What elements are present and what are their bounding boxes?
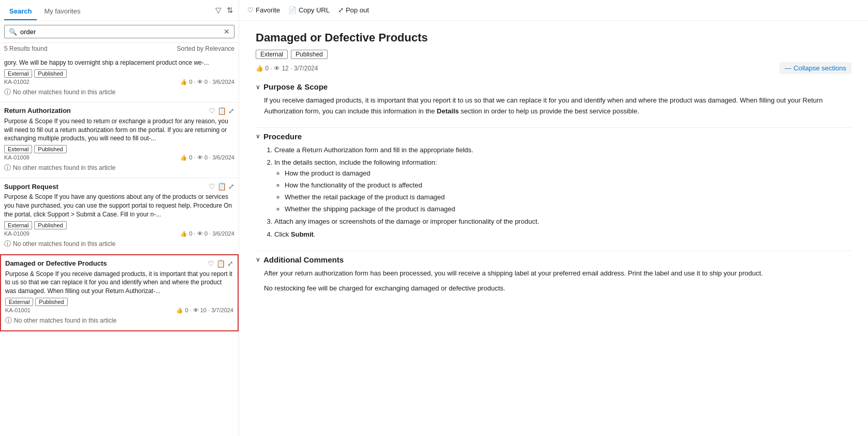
sub-item-3: Whether the retail package of the produc… [285,192,851,203]
favorite-icon[interactable]: ♡ [209,182,215,191]
result-tags: External Published [4,69,234,78]
favorite-icon[interactable]: ♡ [208,259,214,268]
filter-icon[interactable]: ▽ [214,5,223,16]
right-panel: ♡ Favorite 📄 Copy URL ⤢ Pop out Damaged … [239,0,868,436]
section-additional-comments: ∨ Additional Comments After your return … [256,255,851,294]
result-actions: ♡ 📋 ⤢ [208,259,233,268]
result-tags: External Published [4,221,234,229]
article-content: Damaged or Defective Products External P… [239,21,868,436]
section-header-procedure[interactable]: ∨ Procedure [256,132,851,141]
sort-icon[interactable]: ⇅ [226,5,234,16]
no-match-notice: ⓘ No other matches found in this article [4,161,234,175]
result-actions: ♡ 📋 ⤢ [209,107,234,115]
result-title-row: Support Request ♡ 📋 ⤢ [4,182,234,191]
section-divider [256,127,851,128]
list-item[interactable]: Return Authorization ♡ 📋 ⤢ Purpose & Sco… [0,103,239,178]
result-title: Support Request [4,183,58,191]
copy-icon[interactable]: 📋 [217,107,226,115]
search-input-wrap: 🔍 ✕ [4,25,234,38]
section-title-procedure: Procedure [263,132,302,141]
result-actions: ♡ 📋 ⤢ [209,182,234,191]
collapse-sections-button[interactable]: — Collapse sections [779,62,851,74]
copy-icon[interactable]: 📋 [216,259,225,268]
heart-icon: ♡ [247,6,254,14]
clear-search-button[interactable]: ✕ [224,27,230,36]
chevron-down-icon: ∨ [256,256,260,263]
section-header-comments[interactable]: ∨ Additional Comments [256,255,851,264]
info-icon: ⓘ [4,163,11,172]
tag-published: Published [34,145,66,153]
section-header-purpose[interactable]: ∨ Purpose & Scope [256,82,851,91]
favorite-button[interactable]: ♡ Favorite [247,6,280,14]
section-procedure: ∨ Procedure Create a Return Authorizatio… [256,132,851,240]
tab-search[interactable]: Search [4,3,37,20]
article-meta: 👍 0 · 👁 12 · 3/7/2024 — Collapse section… [256,62,851,74]
procedure-sub-list: How the product is damaged How the funct… [274,168,851,214]
search-icon: 🔍 [9,28,17,36]
section-title-comments: Additional Comments [263,255,344,264]
result-title: Damaged or Defective Products [5,259,107,267]
no-match-notice: ⓘ No other matches found in this article [4,237,234,251]
result-tags: External Published [5,298,233,306]
info-icon: ⓘ [5,316,12,325]
no-match-notice: ⓘ No other matches found in this article [4,85,234,99]
result-title: Return Authorization [4,107,71,114]
article-tags: External Published [256,50,851,59]
pop-out-button[interactable]: ⤢ Pop out [338,6,369,14]
result-ka: KA-01008 [4,154,30,161]
tag-external: External [4,69,32,78]
result-tags: External Published [4,145,234,153]
tab-bar: Search My favorites ▽ ⇅ [0,0,239,21]
article-title: Damaged or Defective Products [256,31,851,45]
left-panel: Search My favorites ▽ ⇅ 🔍 ✕ 5 Results fo… [0,0,239,436]
copy-icon[interactable]: 📋 [217,182,226,191]
section-content-procedure: Create a Return Authorization form and f… [256,145,851,240]
sub-item-1: How the product is damaged [285,168,851,179]
article-meta-left: 👍 0 · 👁 12 · 3/7/2024 [256,65,318,72]
info-icon: ⓘ [4,88,11,97]
list-item[interactable]: gory. We will be happy to overnight ship… [0,54,239,103]
popout-icon[interactable]: ⤢ [227,259,233,268]
popout-icon[interactable]: ⤢ [228,107,234,115]
result-stats: 👍 0 · 👁 10 · 3/7/2024 [176,307,233,314]
section-purpose-scope: ∨ Purpose & Scope If you receive damaged… [256,82,851,117]
section-content-comments: After your return authorization form has… [256,268,851,294]
chevron-down-icon: ∨ [256,83,260,91]
tag-published: Published [34,69,66,78]
section-divider [256,251,851,251]
section-content-purpose: If you receive damaged products, it is i… [256,95,851,117]
popout-icon: ⤢ [338,6,344,14]
favorite-icon[interactable]: ♡ [209,107,215,115]
tag-external: External [4,145,32,153]
tab-icon-group: ▽ ⇅ [214,5,234,16]
result-meta: KA-01008 👍 0 · 👁 0 · 3/6/2024 [4,154,234,161]
procedure-step-1: Create a Return Authorization form and f… [274,145,851,156]
search-bar: 🔍 ✕ [0,21,239,43]
tag-external: External [4,221,32,229]
results-header: 5 Results found Sorted by Relevance [0,43,239,54]
sub-item-4: Whether the shipping package of the prod… [285,204,851,215]
results-list: gory. We will be happy to overnight ship… [0,54,239,436]
search-input[interactable] [20,28,220,36]
result-snippet: Purpose & Scope If you need to return or… [4,117,234,143]
popout-icon[interactable]: ⤢ [228,182,234,191]
tab-favorites[interactable]: My favorites [39,3,85,20]
list-item[interactable]: Support Request ♡ 📋 ⤢ Purpose & Scope If… [0,178,239,254]
section-title-purpose: Purpose & Scope [263,82,328,91]
chevron-down-icon: ∨ [256,133,260,140]
comment-paragraph-1: After your return authorization form has… [264,268,851,279]
article-likes: 👍 0 · 👁 12 · 3/7/2024 [256,65,318,72]
result-meta: KA-01009 👍 0 · 👁 0 · 3/6/2024 [4,230,234,237]
article-tag-external: External [256,50,288,59]
copy-url-button[interactable]: 📄 Copy URL [288,6,330,14]
result-title-row: Damaged or Defective Products ♡ 📋 ⤢ [5,259,233,268]
tag-published: Published [35,298,67,306]
result-ka: KA-01001 [5,307,31,314]
result-ka: KA-01009 [4,230,30,237]
no-match-notice: ⓘ No other matches found in this article [5,314,233,327]
list-item-selected[interactable]: Damaged or Defective Products ♡ 📋 ⤢ Purp… [0,254,239,331]
procedure-step-2: In the details section, include the foll… [274,157,851,214]
result-meta: KA-01002 👍 0 · 👁 0 · 3/6/2024 [4,79,234,85]
result-stats: 👍 0 · 👁 0 · 3/6/2024 [180,79,234,85]
result-title-row: Return Authorization ♡ 📋 ⤢ [4,107,234,115]
